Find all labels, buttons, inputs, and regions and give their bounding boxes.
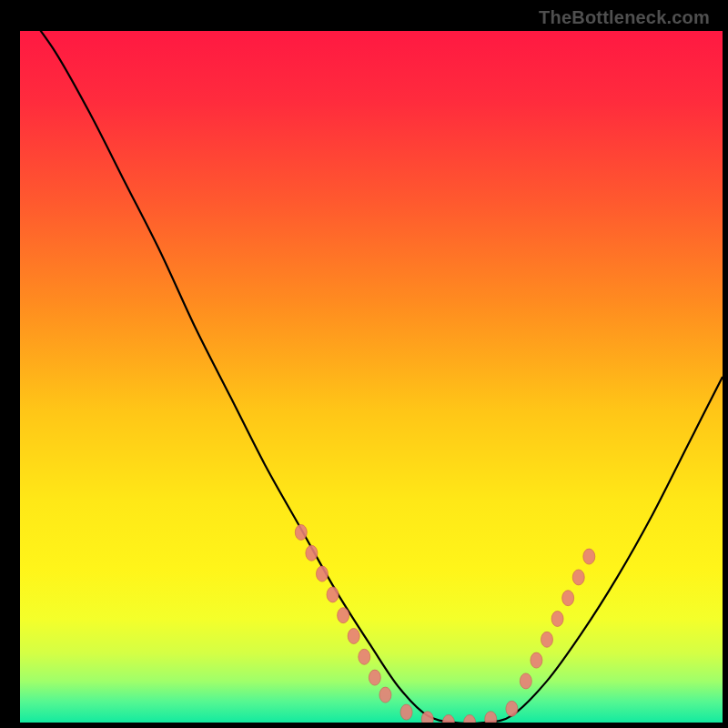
bottleneck-chart (20, 31, 723, 723)
data-marker (531, 652, 542, 668)
data-marker (583, 549, 595, 564)
data-marker (520, 673, 531, 689)
data-marker (400, 704, 412, 720)
data-marker (316, 566, 328, 581)
data-marker (551, 612, 563, 627)
data-marker (562, 591, 574, 606)
watermark: TheBottleneck.com (539, 7, 710, 28)
data-marker (506, 701, 518, 716)
data-marker (295, 525, 307, 541)
gradient-background (20, 31, 723, 723)
data-marker (572, 570, 584, 585)
data-marker (348, 629, 359, 644)
chart-frame: TheBottleneck.com (7, 7, 721, 721)
data-marker (327, 587, 339, 602)
data-marker (379, 687, 391, 703)
data-marker (359, 649, 370, 664)
data-marker (541, 632, 553, 647)
data-marker (306, 545, 318, 561)
data-marker (338, 608, 349, 623)
data-marker (369, 670, 380, 685)
